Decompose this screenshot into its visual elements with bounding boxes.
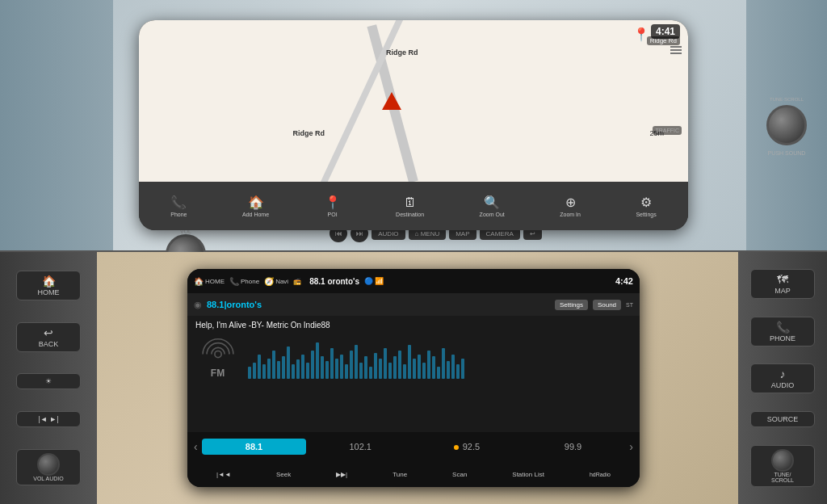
freq-left-arrow[interactable]: ‹ bbox=[191, 440, 200, 453]
zoom-in-icon: ⊕ bbox=[565, 195, 576, 210]
audio-side-btn[interactable]: ♪ AUDIO bbox=[750, 363, 815, 393]
wave-bar bbox=[301, 355, 304, 379]
radio-fm-symbol: FM bbox=[195, 334, 240, 379]
radio-station-bar: ◉ 88.1|oronto's Settings Sound ST bbox=[187, 293, 640, 316]
radio-sound-btn[interactable]: Sound bbox=[593, 300, 621, 310]
map-menu-lines bbox=[670, 46, 682, 54]
top-phone-icon: 📞 bbox=[229, 277, 239, 286]
nav-btn-zoom-in[interactable]: ⊕ Zoom In bbox=[553, 193, 587, 219]
wave-bar bbox=[296, 359, 300, 379]
freq-item-0[interactable]: 88.1 bbox=[202, 439, 307, 455]
bot-right-controls: 🗺 MAP 📞 PHONE ♪ AUDIO SOURCE TUNE/SCROLL bbox=[738, 252, 827, 504]
nav-btn-settings[interactable]: ⚙ Settings bbox=[629, 193, 662, 219]
wave-bar bbox=[282, 356, 285, 379]
wave-bar bbox=[461, 359, 464, 379]
phone-side-btn[interactable]: 📞 PHONE bbox=[750, 317, 815, 346]
map-label-ridge-top: Ridge Rd bbox=[386, 48, 418, 57]
brightness-side-btn[interactable]: ☀ bbox=[16, 373, 81, 389]
vol-audio-label: VOL AUDIO bbox=[33, 476, 63, 481]
wave-bar bbox=[447, 361, 450, 379]
freq-right-arrow[interactable]: › bbox=[627, 440, 636, 453]
hd-radio-btn[interactable]: hdRadio bbox=[585, 470, 615, 479]
vol-audio-knob[interactable] bbox=[37, 453, 60, 476]
seek-btn[interactable]: Seek bbox=[271, 469, 296, 480]
top-bar-home[interactable]: 🏠 HOME bbox=[194, 277, 225, 286]
wave-bar bbox=[456, 364, 460, 379]
source-side-btn[interactable]: SOURCE bbox=[750, 411, 815, 427]
next-btn[interactable]: ▶▶| bbox=[331, 469, 352, 480]
wave-bar bbox=[340, 355, 343, 379]
top-dash-right: TUNE·SCROLL PUSH SOUND bbox=[746, 0, 827, 250]
scan-btn[interactable]: Scan bbox=[447, 469, 472, 480]
prev-btn[interactable]: |◄◄ bbox=[212, 469, 236, 480]
back-side-icon: ↩ bbox=[19, 326, 78, 339]
map-label-ridge-bottom: Ridge Rd bbox=[292, 129, 325, 137]
nav-btn-poi[interactable]: 📍 POI bbox=[318, 193, 347, 219]
radio-station-freq-name: 88.1|oronto's bbox=[207, 300, 262, 309]
navigation-screen: 4:41 Ridge Rd Ridge Rd Ridge Rd 25m TRAF… bbox=[139, 20, 688, 230]
nav-btn-destination[interactable]: 🗓 Destination bbox=[389, 194, 430, 219]
wave-bar bbox=[393, 356, 397, 379]
tune-btn[interactable]: Tune bbox=[388, 469, 412, 480]
station-list-btn[interactable]: Station List bbox=[507, 469, 549, 480]
freq-item-3[interactable]: 99.9 bbox=[521, 439, 626, 455]
top-home-icon: 🏠 bbox=[194, 277, 204, 286]
top-bar-radio-icon[interactable]: 📻 bbox=[293, 278, 301, 285]
signal-icons: 🔵 📶 bbox=[364, 277, 384, 285]
radio-settings-btn[interactable]: Settings bbox=[555, 300, 588, 310]
zoom-out-icon: 🔍 bbox=[484, 195, 500, 210]
wave-bar bbox=[403, 364, 406, 379]
nav-location-icon: 📍 bbox=[633, 27, 649, 42]
freq-dot-marker bbox=[454, 445, 459, 450]
wave-bar bbox=[311, 351, 314, 379]
home-side-btn[interactable]: 🏠 HOME bbox=[16, 271, 81, 300]
svg-point-0 bbox=[214, 351, 220, 358]
wave-bar bbox=[253, 363, 256, 379]
top-bar-navi[interactable]: 🧭 Navi bbox=[264, 277, 288, 286]
settings-icon: ⚙ bbox=[640, 195, 652, 210]
radio-top-bar: 🏠 HOME 📞 Phone 🧭 Navi 📻 88.1 oronto's 🔵 bbox=[187, 269, 640, 293]
map-road-name-badge: Ridge Rd bbox=[647, 36, 680, 45]
wave-bar bbox=[369, 367, 372, 379]
nav-button-bar: 📞 Phone 🏠 Add Home 📍 POI 🗓 Destination 🔍 bbox=[139, 182, 688, 230]
wave-bar bbox=[379, 359, 382, 379]
track-side-btn[interactable]: |◄ ►| bbox=[16, 411, 81, 427]
wave-bar bbox=[451, 355, 455, 379]
nav-btn-phone[interactable]: 📞 Phone bbox=[164, 193, 193, 219]
wave-bar bbox=[388, 363, 392, 379]
map-direction-arrow bbox=[382, 92, 401, 110]
nav-btn-zoom-out[interactable]: 🔍 Zoom Out bbox=[473, 193, 511, 219]
nav-btn-add-home[interactable]: 🏠 Add Home bbox=[236, 193, 275, 219]
push-sound-label: PUSH SOUND bbox=[768, 150, 806, 156]
fm-label: FM bbox=[211, 368, 225, 379]
freq-item-2[interactable]: 92.5 bbox=[414, 439, 519, 455]
top-bar-phone[interactable]: 📞 Phone bbox=[229, 277, 259, 286]
tune-scroll-bot-knob[interactable] bbox=[771, 449, 794, 472]
wave-bar bbox=[422, 363, 426, 379]
map-display[interactable]: 4:41 Ridge Rd Ridge Rd Ridge Rd 25m TRAF… bbox=[139, 20, 688, 182]
radio-song-info: Help, I'm Alive -BY- Metric On Indie88 bbox=[195, 321, 632, 330]
wave-bar bbox=[355, 345, 358, 379]
back-side-btn[interactable]: ↩ BACK bbox=[16, 322, 81, 352]
phone-icon: 📞 bbox=[170, 195, 187, 210]
tune-scroll-side-label: TUNE/SCROLL bbox=[771, 472, 794, 483]
map-traffic-label: TRAFFIC bbox=[653, 126, 682, 135]
vol-audio-side-btn[interactable]: VOL AUDIO bbox=[16, 449, 81, 485]
map-side-btn[interactable]: 🗺 MAP bbox=[750, 269, 815, 299]
freq-item-1[interactable]: 102.1 bbox=[308, 439, 413, 455]
radio-st-badge: ST bbox=[626, 302, 633, 308]
wave-bar bbox=[316, 342, 319, 379]
audio-side-icon: ♪ bbox=[753, 368, 812, 380]
wave-bar bbox=[437, 367, 440, 379]
wave-bar bbox=[272, 351, 275, 379]
wave-bar bbox=[248, 367, 251, 379]
wave-bar bbox=[413, 359, 416, 379]
tune-scroll-side-btn[interactable]: TUNE/SCROLL bbox=[750, 445, 815, 487]
wave-bar bbox=[345, 364, 348, 379]
radio-bottom-bar: |◄◄ Seek ▶▶| Tune Scan Station List hdRa… bbox=[187, 461, 640, 487]
wave-bar bbox=[364, 356, 367, 379]
top-bar-freq: 88.1 oronto's bbox=[309, 277, 359, 286]
radio-fm-area: FM bbox=[195, 334, 632, 379]
bot-left-controls: 🏠 HOME ↩ BACK ☀ |◄ ►| VOL AUDIO bbox=[0, 252, 97, 504]
tune-scroll-knob[interactable] bbox=[766, 105, 807, 145]
